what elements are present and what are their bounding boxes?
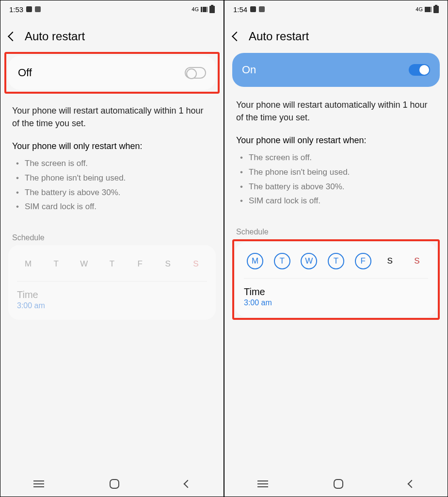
condition-item: SIM card lock is off. xyxy=(16,199,212,214)
condition-item: The phone isn't being used. xyxy=(16,171,212,185)
condition-item: SIM card lock is off. xyxy=(240,194,436,208)
day-mon[interactable]: M xyxy=(20,256,36,272)
battery-icon xyxy=(209,6,215,13)
schedule-card: M T W T F S S Time 3:00 am xyxy=(8,245,216,320)
status-bar: 1:54 4G xyxy=(224,0,448,18)
status-time: 1:54 xyxy=(233,5,247,14)
day-wed[interactable]: W xyxy=(76,256,92,272)
day-tue[interactable]: T xyxy=(48,256,64,272)
day-sat[interactable]: S xyxy=(382,253,398,269)
schedule-label: Schedule xyxy=(224,208,448,239)
condition-item: The phone isn't being used. xyxy=(240,165,436,180)
checkbox-icon xyxy=(259,6,265,12)
day-mon[interactable]: M xyxy=(247,253,263,269)
description-text: Your phone will restart automatically wi… xyxy=(0,99,224,130)
header: Auto restart xyxy=(0,18,224,50)
condition-item: The screen is off. xyxy=(16,156,212,171)
day-sun[interactable]: S xyxy=(188,256,204,272)
status-time: 1:53 xyxy=(9,5,23,14)
nav-home-button[interactable] xyxy=(334,479,343,489)
condition-item: The battery is above 30%. xyxy=(240,180,436,194)
days-row: M T W T F S S xyxy=(17,252,207,282)
day-fri[interactable]: F xyxy=(132,256,148,272)
battery-icon xyxy=(433,6,439,13)
conditions-heading: Your phone will only restart when: xyxy=(224,124,448,150)
day-sun[interactable]: S xyxy=(409,253,425,269)
schedule-card: M T W T F S S Time 3:00 am xyxy=(235,242,437,317)
header: Auto restart xyxy=(224,18,448,50)
description-text: Your phone will restart automatically wi… xyxy=(224,93,448,124)
day-wed[interactable]: W xyxy=(301,253,317,269)
gallery-icon xyxy=(26,6,32,12)
nav-home-button[interactable] xyxy=(110,479,119,489)
nav-bar xyxy=(0,471,224,497)
highlight-box: Off xyxy=(4,52,220,94)
day-thu[interactable]: T xyxy=(328,253,344,269)
phone-right: 1:54 4G Auto restart On Your phone will … xyxy=(224,0,448,497)
day-thu[interactable]: T xyxy=(104,256,120,272)
page-title: Auto restart xyxy=(249,30,309,43)
signal-icon xyxy=(201,7,208,12)
back-button[interactable] xyxy=(8,32,17,41)
day-tue[interactable]: T xyxy=(274,253,290,269)
toggle-state-label: Off xyxy=(18,66,32,79)
time-value: 3:00 am xyxy=(244,298,428,307)
checkbox-icon xyxy=(35,6,41,12)
toggle-switch-on[interactable] xyxy=(409,64,430,76)
time-label: Time xyxy=(244,286,428,298)
back-button[interactable] xyxy=(232,32,241,41)
status-bar: 1:53 4G xyxy=(0,0,224,18)
nav-bar xyxy=(224,471,448,497)
days-row: M T W T F S S xyxy=(244,249,428,279)
time-row[interactable]: Time 3:00 am xyxy=(244,279,428,307)
toggle-switch-off[interactable] xyxy=(185,67,206,79)
nav-back-button[interactable] xyxy=(184,480,192,488)
page-title: Auto restart xyxy=(25,30,85,43)
phone-left: 1:53 4G Auto restart Off Your phone will… xyxy=(0,0,224,497)
highlight-box: M T W T F S S Time 3:00 am xyxy=(232,239,440,320)
schedule-label: Schedule xyxy=(0,214,224,245)
time-label: Time xyxy=(17,289,207,300)
gallery-icon xyxy=(250,6,256,12)
signal-icon xyxy=(425,7,432,12)
day-fri[interactable]: F xyxy=(355,253,371,269)
conditions-list: The screen is off. The phone isn't being… xyxy=(224,150,448,208)
day-sat[interactable]: S xyxy=(160,256,176,272)
nav-recents-button[interactable] xyxy=(33,483,44,484)
time-row[interactable]: Time 3:00 am xyxy=(17,282,207,310)
condition-item: The screen is off. xyxy=(240,150,436,165)
condition-item: The battery is above 30%. xyxy=(16,185,212,200)
time-value: 3:00 am xyxy=(17,301,207,310)
conditions-list: The screen is off. The phone isn't being… xyxy=(0,156,224,214)
auto-restart-toggle-row[interactable]: On xyxy=(232,53,440,87)
auto-restart-toggle-row[interactable]: Off xyxy=(8,56,216,90)
nav-recents-button[interactable] xyxy=(257,483,268,484)
conditions-heading: Your phone will only restart when: xyxy=(0,130,224,156)
toggle-state-label: On xyxy=(242,64,256,76)
network-label: 4G xyxy=(416,6,423,12)
network-label: 4G xyxy=(192,6,199,12)
nav-back-button[interactable] xyxy=(408,480,416,488)
